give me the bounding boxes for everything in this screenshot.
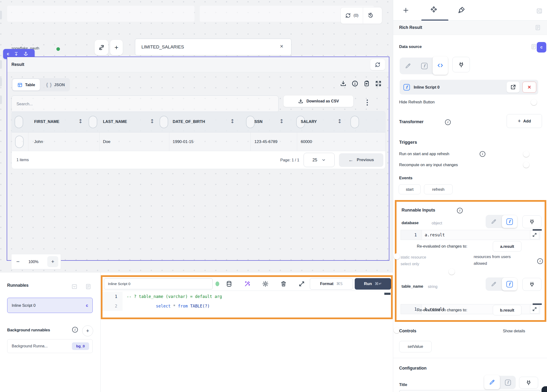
pencil-icon[interactable]	[485, 219, 502, 224]
download-icon[interactable]	[340, 80, 347, 87]
expand-editor-icon[interactable]	[298, 280, 305, 287]
info-icon[interactable]	[351, 80, 359, 87]
column-toggle[interactable]	[89, 116, 97, 128]
tab-component-settings[interactable]	[430, 6, 438, 14]
tab-table[interactable]: Table	[13, 79, 40, 90]
column-toggle[interactable]	[160, 116, 168, 128]
select-all-checkbox[interactable]	[14, 116, 23, 128]
column-header[interactable]: FIRST_NAME	[34, 119, 59, 124]
add-background-runnable-button[interactable]: +	[82, 325, 93, 336]
control-chip-setvalue[interactable]: setValue	[399, 341, 432, 352]
pencil-icon[interactable]	[400, 63, 416, 69]
run-button[interactable]: Run ⌘↵	[355, 278, 391, 290]
download-csv-button[interactable]: Download as CSV	[284, 95, 353, 107]
panel-divider[interactable]	[100, 272, 101, 392]
collapse-panel-icon[interactable]	[536, 8, 543, 14]
function-mode-icon[interactable]: f	[502, 215, 517, 228]
add-transformer-button[interactable]: + Add	[507, 114, 542, 128]
remove-script-button[interactable]: ×	[522, 82, 536, 93]
open-script-button[interactable]	[507, 82, 520, 93]
fullscreen-icon[interactable]	[375, 80, 382, 87]
doc-icon[interactable]	[531, 43, 537, 50]
code-mode-icon[interactable]	[433, 56, 448, 75]
table-icon	[17, 82, 23, 88]
app-canvas[interactable]: (0) snowflake_oauth c	[0, 0, 393, 272]
info-icon[interactable]: i	[72, 327, 78, 332]
zoom-out-button[interactable]: −	[16, 258, 20, 265]
clipboard-copy-icon[interactable]	[363, 80, 370, 87]
pencil-mode-icon[interactable]	[484, 375, 500, 389]
canvas-block-left[interactable]	[7, 6, 194, 22]
show-details-link[interactable]: Show details	[503, 329, 525, 333]
dock-panel-icon[interactable]	[71, 283, 78, 290]
column-header[interactable]: SSN	[254, 119, 262, 124]
table-search-input[interactable]	[12, 95, 279, 113]
function-icon[interactable]: f	[416, 63, 433, 69]
connect-plug-button[interactable]	[522, 215, 541, 228]
pencil-icon[interactable]	[485, 281, 502, 287]
tab-json[interactable]: { } JSON	[42, 79, 69, 90]
column-header[interactable]: SALARY	[301, 119, 317, 124]
sort-icon[interactable]: ↕	[337, 118, 342, 124]
table-row[interactable]: John Doe 1990-01-15 123-45-6789 60000	[12, 132, 385, 151]
reeval-target-chip[interactable]: b.result	[493, 305, 521, 315]
move-down-icon[interactable]	[14, 52, 19, 56]
info-icon[interactable]: i	[480, 151, 485, 157]
trash-icon[interactable]	[280, 280, 287, 287]
title-input-partial[interactable]	[399, 390, 540, 392]
previous-page-button[interactable]: ← Previous	[339, 153, 383, 167]
tab-insert-component[interactable]	[402, 7, 410, 14]
info-icon[interactable]: i	[445, 119, 451, 125]
input-type: object	[432, 221, 442, 225]
database-expr-editor[interactable]: 1 a.result	[401, 230, 540, 240]
disconnect-button[interactable]	[95, 40, 108, 55]
database-icon[interactable]	[226, 280, 233, 287]
connect-plug-button[interactable]	[452, 57, 470, 72]
editor-scrollbar-thumb[interactable]	[384, 293, 390, 295]
event-chip-start[interactable]: start	[399, 184, 421, 194]
table-cell: 60000	[301, 139, 312, 144]
info-icon[interactable]: i	[537, 258, 543, 264]
column-header[interactable]: DATE_OF_BIRTH	[173, 119, 205, 124]
column-header[interactable]: LAST_NAME	[103, 119, 127, 124]
tab-styling[interactable]	[458, 6, 466, 14]
script-name-input[interactable]	[104, 278, 212, 289]
sort-icon[interactable]: ↕	[279, 118, 284, 124]
rich-result-component[interactable]: Result	[7, 57, 389, 261]
event-chip-refresh[interactable]: refresh	[424, 184, 453, 194]
code-editor[interactable]: 1 -- ? table_name (varchar) = default ar…	[103, 291, 391, 311]
expand-expr-icon[interactable]	[530, 231, 539, 239]
zoom-in-button[interactable]: +	[47, 256, 58, 267]
function-mode-icon[interactable]: f	[502, 278, 517, 291]
row-checkbox[interactable]	[15, 135, 24, 148]
column-toggle[interactable]	[350, 116, 359, 128]
ai-wand-icon[interactable]	[244, 280, 251, 287]
doc-list-icon[interactable]	[85, 283, 91, 290]
connect-plug-button[interactable]	[522, 278, 541, 291]
connect-plug-button[interactable]	[519, 377, 538, 389]
function-icon[interactable]: f	[500, 380, 516, 385]
sort-icon[interactable]: ↕	[78, 118, 83, 124]
page-size-select[interactable]: 25	[304, 153, 335, 167]
add-input-button[interactable]: +	[110, 40, 123, 55]
doc-icon[interactable]	[534, 24, 541, 31]
table-menu-button[interactable]	[367, 100, 368, 106]
clear-input-icon[interactable]: ×	[280, 43, 283, 49]
gear-icon[interactable]	[262, 280, 269, 287]
data-source-script-row[interactable]: f Inline Script 0 ×	[400, 80, 538, 95]
sort-icon[interactable]: ↕	[150, 118, 154, 124]
history-button[interactable]	[363, 7, 378, 24]
expand-expr-icon[interactable]	[530, 305, 539, 313]
reeval-target-chip[interactable]: a.result	[493, 241, 521, 252]
sort-icon[interactable]: ↕	[230, 118, 235, 124]
runnable-item-inline-script-0[interactable]: Inline Script 0 c	[7, 298, 93, 313]
background-runnable-item[interactable]: Background Runna... bg_0	[7, 339, 93, 353]
anchor-icon[interactable]	[23, 52, 28, 56]
info-icon[interactable]: i	[457, 208, 463, 213]
format-button[interactable]: Format ⌘S	[310, 278, 353, 290]
table-name-input[interactable]	[135, 39, 291, 55]
format-shortcut: ⌘S	[336, 282, 342, 286]
result-refresh-button[interactable]	[370, 59, 385, 70]
refresh-all-button[interactable]: (0)	[341, 7, 363, 24]
column-toggle[interactable]	[246, 116, 255, 128]
